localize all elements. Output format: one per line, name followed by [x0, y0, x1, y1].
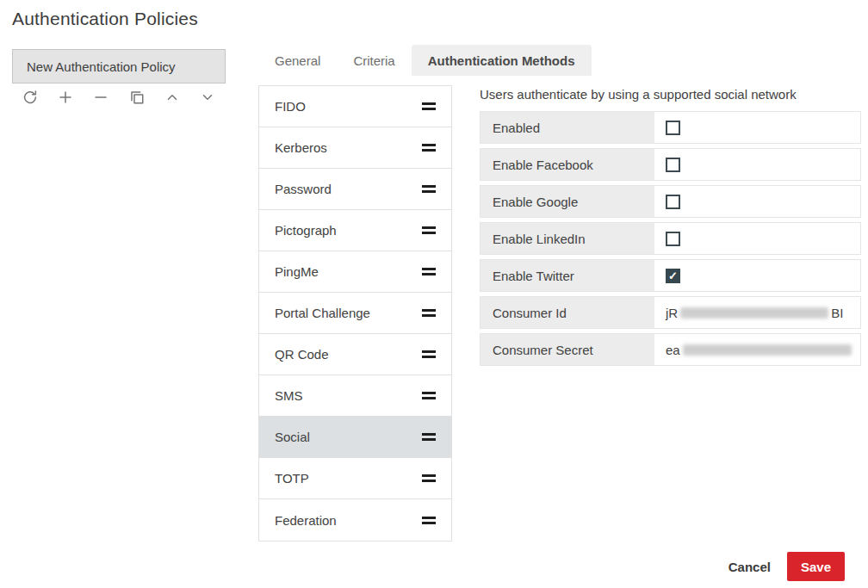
copy-icon — [129, 90, 145, 105]
remove-button[interactable] — [90, 86, 112, 108]
form-row-enabled: Enabled — [480, 111, 861, 144]
row-label: Consumer Id — [480, 297, 654, 328]
drag-handle-icon[interactable] — [422, 185, 436, 193]
row-value — [654, 223, 860, 254]
row-label: Enabled — [480, 112, 654, 143]
checkbox-unchecked[interactable] — [666, 158, 680, 172]
value-suffix: BI — [831, 306, 843, 320]
policy-name: New Authentication Policy — [27, 59, 176, 74]
drag-handle-icon[interactable] — [422, 350, 436, 358]
row-value — [654, 186, 860, 217]
value-prefix: ea — [666, 343, 680, 357]
minus-icon — [93, 90, 108, 105]
row-value[interactable]: ea — [654, 334, 860, 365]
method-item-qr-code[interactable]: QR Code — [259, 334, 451, 375]
method-item-federation[interactable]: Federation — [259, 499, 451, 541]
drag-handle-icon[interactable] — [422, 268, 436, 275]
method-label: FIDO — [275, 99, 306, 114]
method-label: Pictograph — [275, 223, 337, 238]
method-label: QR Code — [275, 347, 329, 362]
checkbox-checked[interactable]: ✓ — [666, 269, 680, 283]
chevron-down-icon — [200, 90, 215, 105]
tab-criteria[interactable]: Criteria — [337, 45, 411, 76]
method-label: PingMe — [275, 264, 319, 279]
method-item-portal-challenge[interactable]: Portal Challenge — [259, 293, 451, 334]
policy-selector[interactable]: New Authentication Policy — [12, 49, 226, 84]
refresh-button[interactable] — [19, 86, 41, 108]
drag-handle-icon[interactable] — [422, 102, 436, 110]
refresh-icon — [22, 90, 38, 105]
method-label: Federation — [275, 513, 337, 528]
add-button[interactable] — [54, 86, 77, 108]
footer-actions: Cancel Save — [728, 552, 845, 581]
drag-handle-icon[interactable] — [422, 474, 436, 482]
row-value — [654, 149, 860, 180]
move-down-button[interactable] — [196, 86, 219, 108]
method-item-pingme[interactable]: PingMe — [259, 251, 451, 293]
method-item-fido[interactable]: FIDO — [259, 86, 451, 127]
form-row-enable-twitter: Enable Twitter✓ — [480, 259, 861, 292]
row-label: Enable LinkedIn — [480, 223, 654, 254]
value-prefix: jR — [666, 306, 678, 320]
page-title: Authentication Policies — [12, 9, 198, 29]
chevron-up-icon — [164, 90, 180, 105]
checkbox-unchecked[interactable] — [666, 121, 680, 135]
drag-handle-icon[interactable] — [422, 226, 436, 234]
drag-handle-icon[interactable] — [422, 517, 436, 524]
form-rows: EnabledEnable FacebookEnable GoogleEnabl… — [480, 111, 861, 370]
tab-bar: General Criteria Authentication Methods — [258, 45, 592, 76]
tab-general[interactable]: General — [258, 45, 337, 76]
row-label: Enable Facebook — [480, 149, 654, 180]
method-item-social[interactable]: Social — [259, 417, 451, 458]
panel-description: Users authenticate by using a supported … — [480, 87, 797, 102]
redacted-value — [683, 344, 852, 356]
form-row-enable-google: Enable Google — [480, 185, 861, 218]
checkbox-unchecked[interactable] — [666, 195, 680, 209]
method-item-sms[interactable]: SMS — [259, 375, 451, 417]
method-label: Kerberos — [275, 140, 327, 155]
method-item-kerberos[interactable]: Kerberos — [259, 127, 451, 169]
method-item-pictograph[interactable]: Pictograph — [259, 210, 451, 251]
drag-handle-icon[interactable] — [422, 433, 436, 441]
method-label: TOTP — [275, 471, 309, 486]
method-label: Social — [275, 430, 310, 444]
save-button[interactable]: Save — [787, 552, 845, 581]
cancel-button[interactable]: Cancel — [728, 560, 771, 574]
move-up-button[interactable] — [161, 86, 183, 108]
drag-handle-icon[interactable] — [422, 144, 436, 152]
row-value: ✓ — [654, 260, 860, 291]
row-label: Enable Google — [480, 186, 654, 217]
form-row-enable-facebook: Enable Facebook — [480, 148, 861, 181]
policy-toolbar — [19, 86, 219, 108]
method-label: SMS — [275, 388, 303, 403]
method-item-password[interactable]: Password — [259, 169, 451, 210]
row-label: Enable Twitter — [480, 260, 654, 291]
form-row-consumer-id: Consumer IdjRBI — [480, 296, 861, 329]
row-label: Consumer Secret — [480, 334, 654, 365]
checkbox-unchecked[interactable] — [666, 232, 680, 246]
drag-handle-icon[interactable] — [422, 392, 436, 399]
form-row-consumer-secret: Consumer Secretea — [480, 333, 861, 366]
method-label: Password — [275, 182, 332, 196]
methods-list: FIDOKerberosPasswordPictographPingMePort… — [258, 85, 452, 542]
tab-authentication-methods[interactable]: Authentication Methods — [412, 45, 592, 76]
method-label: Portal Challenge — [275, 306, 370, 320]
redacted-value — [680, 307, 828, 319]
row-value[interactable]: jRBI — [654, 297, 860, 328]
drag-handle-icon[interactable] — [422, 309, 436, 317]
plus-icon — [58, 90, 73, 105]
form-row-enable-linkedin: Enable LinkedIn — [480, 222, 861, 255]
method-item-totp[interactable]: TOTP — [259, 458, 451, 499]
row-value — [654, 112, 860, 143]
copy-button[interactable] — [126, 86, 148, 108]
